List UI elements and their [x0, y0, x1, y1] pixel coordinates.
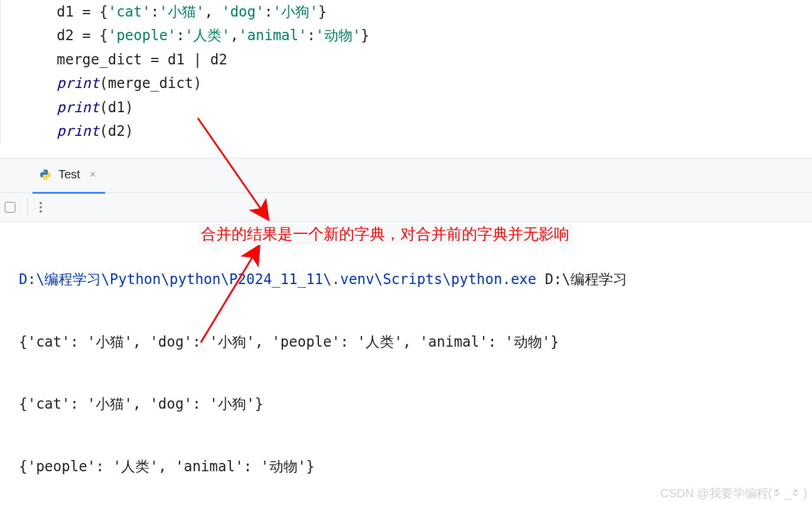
run-tool-window-tabs: Test × — [0, 158, 812, 193]
console-line-out1: {'cat': '小猫', 'dog': '小狗', 'people': '人类… — [19, 327, 812, 358]
code-line-1: d1 = {'cat':'小猫', 'dog':'小狗'} — [57, 0, 812, 24]
code-line-2: d2 = {'people':'人类','animal':'动物'} — [57, 24, 812, 47]
code-line-5: print(d1) — [57, 96, 812, 119]
console-output[interactable]: D:\编程学习\Python\python\P2024_11_11\.venv\… — [0, 222, 812, 512]
more-icon[interactable] — [40, 202, 42, 213]
code-editor[interactable]: d1 = {'cat':'小猫', 'dog':'小狗'} d2 = {'peo… — [0, 0, 812, 143]
tab-test[interactable]: Test × — [32, 158, 105, 194]
code-line-6: print(d2) — [57, 119, 812, 143]
run-toolbar — [0, 193, 812, 222]
annotation-text: 合并的结果是一个新的字典，对合并前的字典并无影响 — [198, 223, 572, 245]
separator — [27, 198, 28, 216]
code-line-4: print(merge_dict) — [57, 71, 812, 95]
console-line-out2: {'cat': '小猫', 'dog': '小狗'} — [19, 389, 812, 420]
close-icon[interactable]: × — [87, 167, 99, 182]
python-icon — [40, 169, 51, 181]
code-line-3: merge_dict = d1 | d2 — [57, 48, 812, 71]
tab-label: Test — [58, 168, 80, 181]
watermark: CSDN @我要学编程(ಥ_ಥ) — [660, 485, 807, 501]
stop-button-icon[interactable] — [5, 202, 15, 213]
console-line-out3: {'people': '人类', 'animal': '动物'} — [19, 451, 812, 482]
console-line-command: D:\编程学习\Python\python\P2024_11_11\.venv\… — [19, 264, 812, 295]
